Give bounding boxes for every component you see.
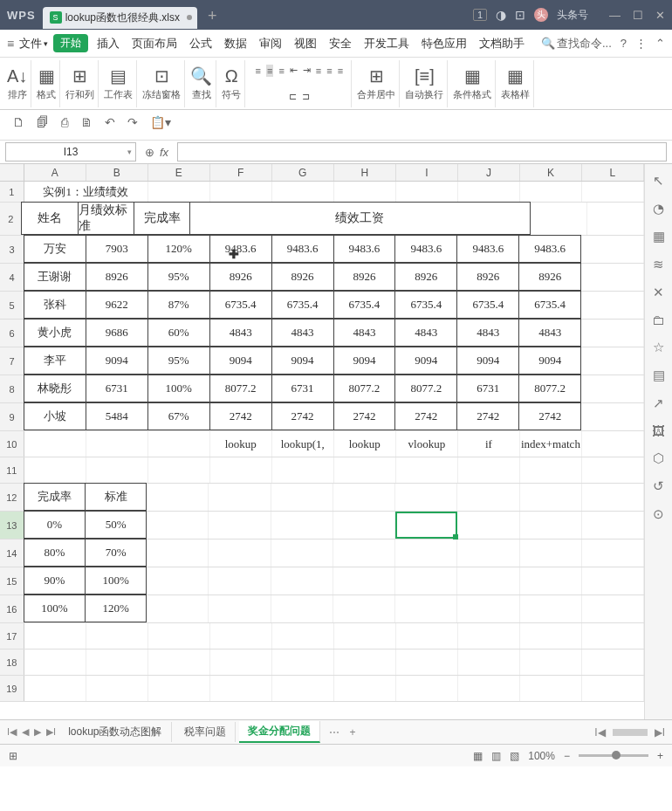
- share-icon[interactable]: ↗: [653, 395, 664, 411]
- cell[interactable]: 9483.6: [518, 235, 581, 263]
- cell[interactable]: [210, 457, 272, 483]
- menu-dev[interactable]: 开发工具: [360, 34, 413, 53]
- cell[interactable]: [581, 264, 644, 291]
- cell[interactable]: 8077.2: [518, 375, 581, 402]
- cell[interactable]: [531, 203, 587, 235]
- qat-preview-icon[interactable]: 🗎: [80, 115, 93, 129]
- cell[interactable]: 9483.6: [456, 235, 519, 263]
- file-tab[interactable]: S lookup函数也很经典.xlsx: [43, 7, 197, 29]
- collapse-ribbon-icon[interactable]: ⌃: [655, 37, 665, 50]
- panel-icon[interactable]: ⊙: [653, 506, 664, 522]
- cell[interactable]: lookup: [334, 431, 396, 457]
- cell[interactable]: 9483.6: [271, 235, 334, 263]
- cell[interactable]: 4843: [209, 319, 272, 347]
- row-header[interactable]: 13: [0, 512, 24, 539]
- cell[interactable]: 95%: [147, 347, 210, 375]
- cell[interactable]: [457, 512, 519, 539]
- select-all-corner[interactable]: [0, 164, 24, 181]
- chevron-down-icon[interactable]: ▾: [127, 148, 132, 156]
- cell[interactable]: 100%: [147, 375, 210, 402]
- indent-icon[interactable]: ⇤: [290, 65, 298, 76]
- menu-insert[interactable]: 插入: [93, 34, 123, 53]
- cell[interactable]: [581, 403, 644, 430]
- col-header[interactable]: L: [582, 164, 644, 181]
- cell[interactable]: 6731: [271, 375, 334, 402]
- cell[interactable]: vlookup: [396, 431, 458, 457]
- cell[interactable]: [334, 623, 396, 649]
- row-header[interactable]: 17: [0, 623, 24, 649]
- qat-icon[interactable]: 🗋: [12, 115, 24, 129]
- cell[interactable]: 9094: [456, 347, 519, 375]
- row-header[interactable]: 5: [0, 292, 24, 319]
- cell[interactable]: [334, 649, 396, 675]
- name-box[interactable]: I13▾: [5, 142, 136, 162]
- indent-icon[interactable]: ⇥: [303, 65, 311, 76]
- cell[interactable]: 万安: [24, 235, 86, 263]
- ribbon-format[interactable]: ▦格式: [33, 60, 60, 107]
- cell[interactable]: 4843: [456, 319, 519, 347]
- cell[interactable]: 100%: [24, 595, 86, 622]
- cell[interactable]: 60%: [147, 319, 210, 347]
- cell[interactable]: [147, 567, 209, 595]
- sheet-tab[interactable]: lookup函数动态图解: [59, 722, 171, 742]
- row-header[interactable]: 8: [0, 375, 24, 402]
- cell[interactable]: 2742: [209, 402, 272, 430]
- file-menu[interactable]: 文件▾: [19, 36, 48, 52]
- cell[interactable]: 张科: [24, 291, 86, 319]
- cell[interactable]: [271, 484, 333, 511]
- menu-view[interactable]: 视图: [291, 34, 320, 53]
- zoom-level[interactable]: 100%: [528, 750, 555, 762]
- cell[interactable]: [209, 512, 271, 539]
- cell[interactable]: [520, 512, 582, 539]
- cell[interactable]: 8926: [86, 263, 148, 291]
- tab-scroll-right-icon[interactable]: ▶I: [655, 726, 665, 739]
- cell[interactable]: [148, 182, 210, 202]
- cell[interactable]: [458, 649, 520, 675]
- col-header[interactable]: I: [396, 164, 458, 181]
- cell[interactable]: [457, 484, 519, 511]
- cell[interactable]: 6735.4: [271, 291, 334, 319]
- ribbon-tablestyle[interactable]: ▦表格样: [497, 60, 534, 107]
- cell[interactable]: [395, 540, 457, 567]
- cell[interactable]: [520, 457, 582, 483]
- cell[interactable]: 2742: [456, 402, 519, 430]
- ribbon-merge[interactable]: ⊞合并居中: [353, 60, 400, 107]
- panel-icon[interactable]: ▦: [653, 229, 665, 244]
- panel-icon[interactable]: 🗀: [652, 313, 665, 327]
- maximize-icon[interactable]: ☐: [633, 9, 643, 22]
- help-icon[interactable]: ?: [621, 37, 627, 50]
- cell[interactable]: [333, 484, 395, 511]
- menu-start[interactable]: 开始: [53, 34, 88, 52]
- cell[interactable]: 8926: [518, 263, 581, 291]
- row-header[interactable]: 18: [0, 649, 24, 675]
- cell[interactable]: 王谢谢: [24, 263, 86, 291]
- panel-icon[interactable]: ▤: [653, 368, 665, 383]
- cell[interactable]: 9094: [271, 347, 334, 375]
- cell[interactable]: 6735.4: [518, 291, 581, 319]
- cell[interactable]: [587, 203, 644, 235]
- cell[interactable]: 87%: [147, 291, 210, 319]
- cell[interactable]: 8077.2: [333, 375, 396, 402]
- cell[interactable]: [86, 457, 148, 483]
- sheet-tab[interactable]: 税率问题: [175, 722, 236, 742]
- cell[interactable]: 9094: [86, 347, 148, 375]
- cell[interactable]: 50%: [85, 511, 147, 539]
- cell[interactable]: [520, 595, 582, 622]
- cell[interactable]: 2742: [271, 402, 334, 430]
- cell[interactable]: [582, 649, 644, 675]
- cell[interactable]: [396, 623, 458, 649]
- row-header[interactable]: 14: [0, 540, 24, 567]
- cell[interactable]: [582, 623, 644, 649]
- cell[interactable]: [520, 484, 582, 511]
- zoom-out-icon[interactable]: −: [564, 750, 570, 762]
- col-header[interactable]: E: [148, 164, 210, 181]
- cell[interactable]: 实例1：业绩绩效: [24, 182, 148, 202]
- cell[interactable]: [86, 649, 148, 675]
- cell[interactable]: [520, 182, 582, 202]
- cell[interactable]: [210, 182, 272, 202]
- cell[interactable]: if: [458, 431, 520, 457]
- cell[interactable]: [210, 623, 272, 649]
- panel-icon[interactable]: ◔: [653, 201, 664, 216]
- cell[interactable]: 8926: [333, 263, 396, 291]
- cell[interactable]: 95%: [147, 263, 210, 291]
